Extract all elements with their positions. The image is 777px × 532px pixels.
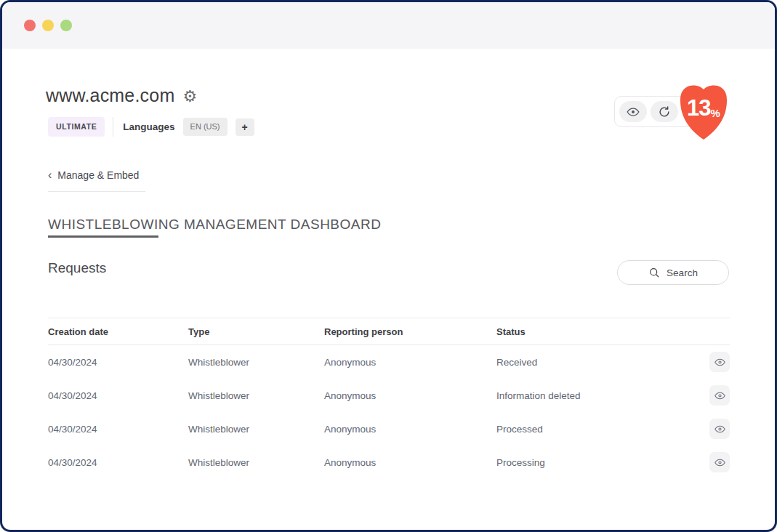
table-row[interactable]: 04/30/2024 Whistleblower Anonymous Proce…: [48, 446, 730, 479]
languages-label: Languages: [123, 121, 174, 132]
site-title: www.acme.com: [46, 85, 174, 106]
column-header-status: Status: [496, 326, 709, 337]
search-button[interactable]: Search: [617, 260, 729, 285]
column-header-creation-date: Creation date: [48, 326, 188, 337]
view-request-button[interactable]: [709, 419, 730, 439]
table-row[interactable]: 04/30/2024 Whistleblower Anonymous Recei…: [48, 345, 730, 379]
page-title-underline: [48, 235, 158, 238]
site-meta-row: ULTIMATE Languages EN (US) +: [48, 117, 254, 137]
cell-status: Received: [496, 357, 709, 368]
cell-type: Whistleblower: [188, 424, 324, 435]
add-language-button[interactable]: +: [235, 118, 254, 136]
cell-status: Processed: [496, 424, 709, 435]
back-link-label: Manage & Embed: [57, 169, 139, 181]
table-header-row: Creation date Type Reporting person Stat…: [48, 318, 730, 345]
score-unit: %: [711, 107, 720, 119]
cell-reporting-person: Anonymous: [324, 357, 496, 368]
plan-badge: ULTIMATE: [48, 117, 105, 137]
view-request-button[interactable]: [709, 452, 730, 472]
view-request-button[interactable]: [709, 385, 730, 406]
cell-type: Whistleblower: [188, 390, 324, 401]
search-label: Search: [667, 267, 698, 278]
cell-type: Whistleblower: [188, 357, 324, 368]
cell-creation-date: 04/30/2024: [48, 390, 188, 401]
eye-icon: [714, 456, 726, 469]
score-shield-badge[interactable]: 13%: [679, 83, 728, 141]
score-text: 13%: [679, 83, 728, 141]
eye-icon: [714, 356, 726, 368]
column-header-reporting-person: Reporting person: [324, 326, 496, 337]
preview-eye-button[interactable]: [619, 101, 647, 122]
language-badge[interactable]: EN (US): [183, 118, 228, 136]
refresh-button[interactable]: [651, 101, 678, 122]
cell-reporting-person: Anonymous: [324, 457, 496, 468]
eye-icon: [714, 423, 726, 435]
cell-status: Information deleted: [496, 390, 709, 401]
table-row[interactable]: 04/30/2024 Whistleblower Anonymous Proce…: [48, 412, 730, 446]
search-icon: [648, 267, 660, 278]
maximize-window-button[interactable]: [60, 20, 72, 31]
score-value: 13: [687, 95, 710, 121]
window-titlebar: [2, 2, 775, 49]
cell-creation-date: 04/30/2024: [48, 424, 188, 435]
refresh-icon: [658, 105, 671, 118]
column-header-type: Type: [188, 326, 324, 337]
view-request-button[interactable]: [709, 352, 730, 372]
eye-icon: [626, 105, 640, 119]
close-window-button[interactable]: [24, 20, 36, 31]
cell-type: Whistleblower: [188, 457, 324, 468]
app-window: www.acme.com ⚙ ULTIMATE Languages EN (US…: [0, 0, 777, 532]
settings-gear-icon[interactable]: ⚙: [182, 87, 197, 105]
requests-table: Creation date Type Reporting person Stat…: [48, 318, 730, 479]
cell-reporting-person: Anonymous: [324, 390, 496, 401]
cell-reporting-person: Anonymous: [324, 424, 496, 435]
page-title: WHISTLEBLOWING MANAGEMENT DASHBOARD: [48, 217, 381, 233]
section-title-requests: Requests: [48, 260, 106, 276]
cell-creation-date: 04/30/2024: [48, 457, 188, 468]
minimize-window-button[interactable]: [42, 20, 54, 31]
table-row[interactable]: 04/30/2024 Whistleblower Anonymous Infor…: [48, 379, 730, 412]
back-link-manage-embed[interactable]: ‹ Manage & Embed: [48, 169, 145, 192]
chevron-left-icon: ‹: [48, 169, 52, 181]
cell-creation-date: 04/30/2024: [48, 357, 188, 368]
vertical-divider: [113, 117, 113, 137]
cell-status: Processing: [496, 457, 709, 468]
eye-icon: [714, 390, 726, 402]
